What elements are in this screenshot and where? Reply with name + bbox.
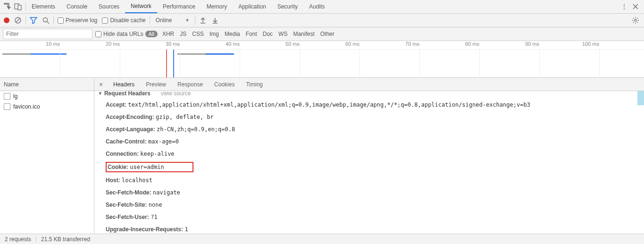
timeline-tick: 90 ms <box>525 41 539 47</box>
svg-point-3 <box>43 18 48 22</box>
filter-type-ws[interactable]: WS <box>278 31 287 37</box>
tab-network[interactable]: Network <box>125 0 157 13</box>
inspect-icon[interactable] <box>4 3 11 10</box>
header-key: Connection: <box>106 151 139 157</box>
disable-cache-checkbox[interactable]: Disable cache <box>102 17 145 24</box>
svg-point-4 <box>635 19 636 21</box>
network-toolbar: Preserve log Disable cache Online▼ <box>0 14 644 27</box>
highlighted-cookie: Cookie: user=admin <box>106 162 193 172</box>
tab-security[interactable]: Security <box>272 0 303 13</box>
header-row: Accept: text/html,application/xhtml+xml,… <box>95 99 644 111</box>
name-column-header[interactable]: Name <box>0 78 94 91</box>
svg-rect-1 <box>18 5 21 10</box>
tab-elements[interactable]: Elements <box>26 0 61 13</box>
settings-icon[interactable] <box>632 17 639 24</box>
detail-tab-response[interactable]: Response <box>172 78 209 91</box>
header-key: Cookie: <box>108 164 128 170</box>
request-headers-section[interactable]: ▼ Request Headers view source <box>95 91 644 99</box>
request-name: favicon.ico <box>13 103 40 110</box>
filter-type-manifest[interactable]: Manifest <box>293 31 314 37</box>
header-key: Cache-Control: <box>106 138 147 145</box>
device-icon[interactable] <box>14 3 22 10</box>
header-value: navigate <box>153 189 180 196</box>
upload-icon[interactable] <box>199 17 207 24</box>
header-row: Cache-Control: max-age=0 <box>95 135 644 148</box>
tab-sources[interactable]: Sources <box>93 0 125 13</box>
timeline-tick: 60 ms <box>345 41 360 47</box>
status-requests: 2 requests <box>0 236 36 243</box>
timeline-tick: 40 ms <box>226 41 240 47</box>
timeline-tick: 80 ms <box>465 41 479 47</box>
timeline-tick: 30 ms <box>166 41 180 47</box>
request-row[interactable]: favicon.ico <box>0 101 94 112</box>
filter-type-js[interactable]: JS <box>180 31 186 37</box>
header-value: ?1 <box>151 214 157 220</box>
header-value: max-age=0 <box>148 138 179 145</box>
header-key: Sec-Fetch-User: <box>106 214 149 220</box>
filter-type-xhr[interactable]: XHR <box>162 31 174 37</box>
header-key: Accept-Encoding: <box>106 114 154 120</box>
header-row: Sec-Fetch-Site: none <box>95 199 644 211</box>
detail-tab-timing[interactable]: Timing <box>240 78 268 91</box>
filter-icon[interactable] <box>30 17 37 24</box>
filter-type-other[interactable]: Other <box>320 31 335 37</box>
header-value: none <box>149 202 162 208</box>
header-row: Accept-Language: zh-CN,zh;q=0.9,en;q=0.8 <box>95 123 644 135</box>
filter-type-media[interactable]: Media <box>225 31 240 37</box>
detail-tabs: × HeadersPreviewResponseCookiesTiming <box>94 78 644 91</box>
clear-icon[interactable] <box>14 17 22 24</box>
status-transferred: 21.5 KB transferred <box>36 236 95 243</box>
header-key: Accept: <box>106 101 126 108</box>
header-key: Sec-Fetch-Mode: <box>106 189 151 196</box>
request-name: lg <box>13 93 17 100</box>
request-row[interactable]: lg <box>0 91 94 101</box>
header-value: localhost <box>122 177 152 184</box>
header-row: Accept-Encoding: gzip, deflate, br <box>95 111 644 123</box>
scrollbar-indicator[interactable] <box>637 91 644 105</box>
detail-tab-headers[interactable]: Headers <box>108 78 140 91</box>
request-list: Name lgfavicon.ico <box>0 78 94 234</box>
filter-input[interactable] <box>3 29 92 39</box>
header-value: user=admin <box>130 164 164 170</box>
filter-all-pill[interactable]: All <box>145 31 158 37</box>
header-key: Sec-Fetch-Site: <box>106 202 147 208</box>
record-button[interactable] <box>4 17 9 23</box>
timeline[interactable]: 10 ms20 ms30 ms40 ms50 ms60 ms70 ms80 ms… <box>0 41 644 78</box>
tab-memory[interactable]: Memory <box>201 0 233 13</box>
filter-type-doc[interactable]: Doc <box>263 31 273 37</box>
detail-tab-cookies[interactable]: Cookies <box>209 78 240 91</box>
header-value: text/html,application/xhtml+xml,applicat… <box>128 101 530 108</box>
tab-audits[interactable]: Audits <box>303 0 330 13</box>
header-row: Upgrade-Insecure-Requests: 1 <box>95 223 644 234</box>
download-icon[interactable] <box>211 17 219 24</box>
close-icon[interactable] <box>632 3 639 10</box>
filter-type-font[interactable]: Font <box>246 31 257 37</box>
header-key: Upgrade-Insecure-Requests: <box>106 226 183 233</box>
filter-type-css[interactable]: CSS <box>192 31 204 37</box>
main-panel: Name lgfavicon.ico × HeadersPreviewRespo… <box>0 78 644 234</box>
header-key: Accept-Language: <box>106 126 155 133</box>
timeline-tick: 50 ms <box>285 41 300 47</box>
header-row: Connection: keep-alive <box>95 148 644 160</box>
preserve-log-checkbox[interactable]: Preserve log <box>58 17 97 24</box>
header-value: 1 <box>184 226 188 233</box>
kebab-icon[interactable]: ⋮ <box>620 3 628 10</box>
header-value: zh-CN,zh;q=0.9,en;q=0.8 <box>157 126 235 133</box>
view-source-link[interactable]: view source <box>161 91 191 97</box>
timeline-tick: 70 ms <box>405 41 419 47</box>
header-row: Sec-Fetch-User: ?1 <box>95 211 644 223</box>
close-details-icon[interactable]: × <box>94 81 108 88</box>
tab-console[interactable]: Console <box>61 0 93 13</box>
hide-data-urls-checkbox[interactable]: Hide data URLs <box>95 31 143 37</box>
document-icon <box>4 103 10 110</box>
main-tabbar: ElementsConsoleSourcesNetworkPerformance… <box>0 0 644 14</box>
header-key: Host: <box>106 177 120 184</box>
detail-tab-preview[interactable]: Preview <box>140 78 172 91</box>
tab-application[interactable]: Application <box>233 0 272 13</box>
filter-bar: Hide data URLs All XHRJSCSSImgMediaFontD… <box>0 27 644 41</box>
filter-type-img[interactable]: Img <box>209 31 219 37</box>
search-icon[interactable] <box>42 17 50 24</box>
throttle-select[interactable]: Online▼ <box>154 17 192 24</box>
tab-performance[interactable]: Performance <box>157 0 201 13</box>
timeline-tick: 10 ms <box>46 41 60 47</box>
